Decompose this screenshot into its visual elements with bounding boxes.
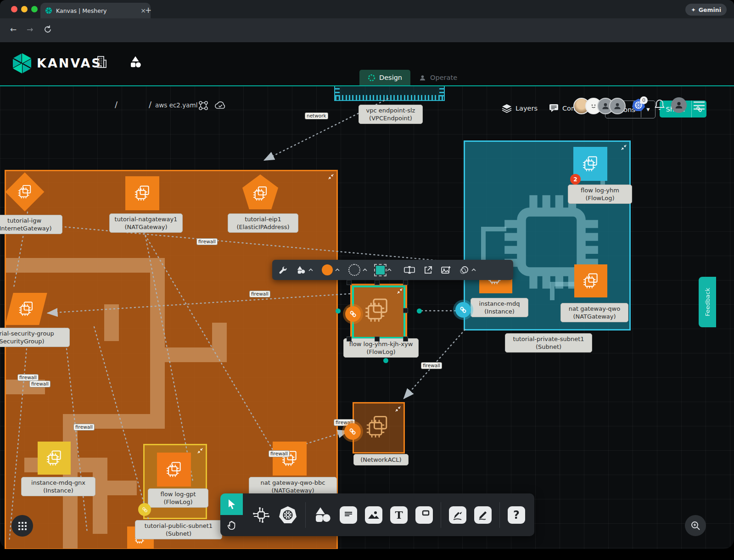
new-tab-button[interactable]: + [145, 6, 151, 15]
edge-label-network: network [305, 112, 328, 119]
wrench-icon [279, 266, 287, 274]
comment-icon [342, 510, 354, 521]
pen-tool-button[interactable] [449, 506, 466, 524]
networkacl-label[interactable]: (NetworkACL) [353, 454, 409, 465]
edge-link-badge[interactable] [138, 503, 151, 516]
image-plus-icon [441, 266, 451, 274]
apps-grid-button[interactable] [11, 515, 33, 537]
gemini-button[interactable]: ✦ Gemini [685, 4, 727, 16]
edge-link-badge[interactable] [344, 423, 361, 440]
selected-shape-swatch [376, 266, 385, 274]
shape-swatch-button[interactable] [376, 266, 392, 274]
chip-icon [252, 185, 269, 202]
image-tool-button[interactable] [365, 506, 382, 524]
natgateway-qwo-label[interactable]: nat gateway-qwo (NATGateway) [560, 303, 628, 322]
flowlog-yhm-label[interactable]: flow log-yhm (FlowLog) [568, 185, 632, 204]
forward-icon[interactable]: → [27, 25, 33, 34]
user-avatar[interactable] [671, 97, 687, 113]
eip1-label[interactable]: tutorial-eip1 (ElasticIPAddress) [228, 213, 298, 233]
chevron-up-icon [471, 269, 476, 271]
pencil-tool-button[interactable] [474, 506, 492, 524]
notifications-bell-icon[interactable] [654, 99, 665, 111]
link-icon [141, 506, 148, 513]
chip-icon [45, 449, 63, 467]
igw-label[interactable]: tutorial-igw (InternetGateway) [0, 215, 62, 234]
shapes-tool-button[interactable] [296, 265, 313, 274]
layers-button[interactable]: Layers [502, 104, 538, 113]
security-group-label[interactable]: tutorial-security-group (SecurityGroup) [0, 328, 70, 347]
instance-mdq-label[interactable]: instance-mdq (Instance) [471, 298, 528, 317]
flowlog-gpt-label[interactable]: flow log-gpt (FlowLog) [148, 488, 208, 508]
organization-icon[interactable] [95, 55, 107, 69]
instance-mdq-gnx-label[interactable]: instance-mdq-gnx (Instance) [21, 477, 95, 496]
node-networkacl[interactable] [353, 402, 405, 454]
meshmap-tool-icon[interactable] [252, 506, 270, 524]
shapes-tool-icon[interactable] [314, 506, 332, 524]
collaborator-avatar-4[interactable] [609, 98, 626, 114]
collapse-icon[interactable] [395, 406, 401, 412]
link-icon [348, 427, 357, 436]
edge-link-badge[interactable] [345, 306, 361, 322]
text-tool-button[interactable]: T [390, 506, 408, 524]
dock-divider [441, 502, 441, 528]
edge-label-firewall: firewall [73, 424, 95, 431]
node-natgateway-qwo-bbc[interactable] [273, 442, 307, 476]
guide-dot [417, 308, 422, 314]
edge-link-badge[interactable] [455, 302, 471, 318]
comment-tool-button[interactable] [340, 506, 357, 524]
grid-icon [18, 521, 27, 531]
kubernetes-tool-icon[interactable] [278, 505, 297, 525]
window-zoom-button[interactable] [31, 6, 38, 12]
lens-tool-button[interactable] [459, 266, 476, 274]
configure-tool-button[interactable] [279, 266, 287, 274]
open-in-new-button[interactable] [424, 266, 432, 274]
app-menu-icon[interactable] [693, 101, 705, 110]
node-natgateway-qwo[interactable] [574, 264, 607, 297]
feedback-tab[interactable]: Feedback [699, 277, 716, 327]
collapse-icon[interactable] [397, 288, 403, 294]
tab-operate[interactable]: Operate [410, 70, 465, 85]
file-name[interactable]: aws ec2.yaml [155, 101, 197, 109]
browser-titlebar: Kanvas | Meshery × + ✦ Gemini [0, 0, 734, 18]
rename-tool-button[interactable] [404, 266, 415, 274]
edge-label-firewall: firewall [196, 238, 218, 245]
design-pattern-icon[interactable] [198, 101, 208, 111]
browser-tab[interactable]: Kanvas | Meshery × [40, 3, 151, 18]
tab-design[interactable]: Design [359, 70, 410, 85]
frame-tool-button[interactable] [415, 506, 433, 524]
kanvas-logo[interactable] [12, 52, 32, 74]
window-close-button[interactable] [11, 6, 17, 12]
rename-field-icon [404, 266, 415, 274]
mode-toggle: Design Operate [359, 70, 465, 85]
tab-title: Kanvas | Meshery [56, 7, 137, 14]
border-style-button[interactable] [348, 264, 367, 276]
add-image-button[interactable] [441, 266, 451, 274]
window-minimize-button[interactable] [21, 6, 28, 12]
reload-icon[interactable] [43, 25, 52, 34]
chip-icon [582, 272, 600, 290]
logo-text: KANVAS [37, 56, 102, 70]
zoom-search-button[interactable] [685, 515, 706, 536]
vpc-endpoint-label[interactable]: vpc endpoint-slz (VPCEndpoint) [359, 105, 423, 124]
design-canvas[interactable]: (RouteTable) vpc endpoint-slz (VPCEndpoi… [0, 85, 734, 549]
select-tool-button[interactable] [220, 493, 243, 515]
back-icon[interactable]: ← [10, 25, 17, 34]
node-context-toolbar [272, 260, 513, 280]
open-in-new-icon [424, 266, 432, 274]
node-natgateway1[interactable] [125, 176, 159, 210]
workspace-shapes-icon[interactable] [129, 55, 142, 69]
natgateway1-label[interactable]: tutorial-natgateway1 (NATGateway) [109, 213, 183, 233]
kubernetes-context-icon[interactable]: 0 [632, 98, 645, 112]
k8s-context-badge: 0 [640, 96, 648, 104]
help-button[interactable]: ? [508, 506, 525, 524]
chevron-up-icon [308, 269, 313, 271]
pan-tool-button[interactable] [220, 515, 243, 536]
fill-color-button[interactable] [322, 264, 340, 275]
node-flowlog-gpt[interactable] [157, 453, 191, 487]
public-subnet-label[interactable]: tutorial-public-subnet1 (Subnet) [135, 520, 222, 539]
layers-icon [502, 104, 512, 113]
private-subnet-label[interactable]: tutorial-private-subnet1 (Subnet) [505, 333, 592, 353]
edge-label-firewall: firewall [17, 374, 39, 381]
cloud-sync-icon[interactable] [214, 100, 227, 111]
node-instance-mdq-gnx[interactable] [38, 442, 71, 475]
